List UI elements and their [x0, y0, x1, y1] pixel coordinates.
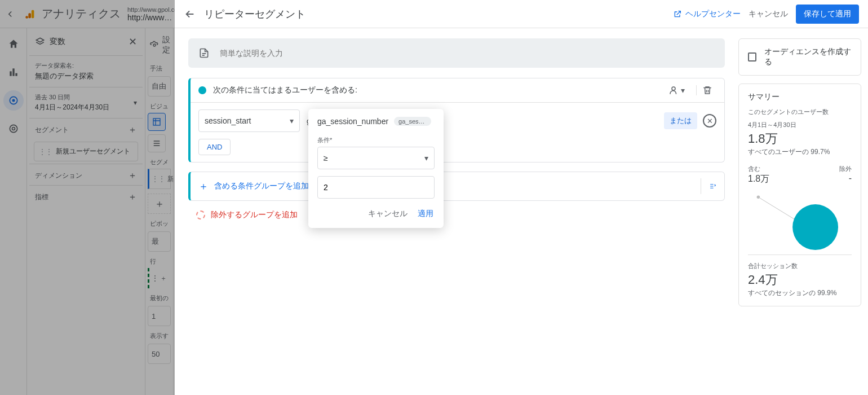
include-small-label: 含む — [748, 165, 769, 173]
chevron-down-icon: ▾ — [424, 153, 428, 163]
popover-param-name: ga_session_number — [317, 117, 388, 126]
exclude-icon — [196, 210, 205, 220]
users-count-label: このセグメントのユーザー数 — [748, 108, 852, 116]
popover-apply-button[interactable]: 適用 — [418, 209, 433, 219]
svg-point-13 — [757, 195, 760, 199]
exclude-small-label: 除外 — [839, 165, 852, 173]
chevron-down-icon: ▾ — [681, 86, 685, 95]
users-pct: すべてのユーザーの 99.7% — [748, 147, 852, 157]
svg-point-15 — [792, 204, 838, 250]
chevron-down-icon: ▾ — [290, 116, 294, 125]
add-group-button[interactable]: 含める条件グループを追加 — [214, 181, 695, 191]
segment-builder-panel: リピーターセグメント ヘルプセンター キャンセル 保存して適用 次の条件に当ては… — [175, 0, 868, 395]
popover-operator-select[interactable]: ≥ ▾ — [317, 147, 435, 169]
summary-column: オーディエンスを作成する サマリー このセグメントのユーザー数 4月1日～4月3… — [738, 28, 868, 395]
event-select[interactable]: session_start ▾ — [198, 109, 300, 132]
help-center-link[interactable]: ヘルプセンター — [673, 9, 741, 19]
sessions-label: 合計セッション数 — [748, 262, 852, 270]
and-button[interactable]: AND — [198, 139, 231, 155]
scope-selector[interactable]: ▾ — [668, 85, 685, 95]
summary-venn-chart — [748, 187, 852, 255]
include-indicator-icon — [198, 86, 206, 94]
summary-card: サマリー このセグメントのユーザー数 4月1日～4月30日 1.8万 すべてのユ… — [738, 84, 861, 306]
panel-title: リピーターセグメント — [204, 7, 673, 21]
include-value: 1.8万 — [748, 173, 769, 185]
remove-condition-button[interactable]: ✕ — [703, 114, 716, 128]
panel-back-button[interactable] — [184, 8, 204, 20]
or-button[interactable]: または — [664, 112, 697, 129]
description-row — [188, 38, 725, 68]
panel-header: リピーターセグメント ヘルプセンター キャンセル 保存して適用 — [175, 0, 868, 28]
exclude-label: 除外するグループを追加 — [211, 210, 298, 220]
popover-condition-label: 条件* — [308, 128, 444, 147]
delete-group-button[interactable] — [696, 85, 716, 95]
condition-popover: ga_session_number ga_sessi… 条件* ≥ ▾ キャンセ… — [308, 109, 444, 228]
add-exclude-group[interactable]: 除外するグループを追加 — [188, 210, 725, 220]
sessions-pct: すべてのセッションの 99.9% — [748, 288, 852, 298]
event-value: session_start — [205, 116, 251, 125]
popover-param-chip: ga_sessi… — [394, 117, 431, 126]
popover-cancel-button[interactable]: キャンセル — [368, 209, 408, 219]
sessions-value: 2.4万 — [748, 271, 852, 288]
popover-operator-value: ≥ — [324, 153, 328, 163]
open-in-new-icon — [673, 10, 682, 19]
add-sequence-button[interactable] — [701, 178, 716, 194]
summary-title: サマリー — [748, 92, 852, 102]
description-input[interactable] — [220, 49, 715, 58]
help-center-label: ヘルプセンター — [685, 9, 741, 19]
exclude-value: - — [839, 173, 852, 183]
condition-row: session_start ▾ ga_session_number ga_ses… — [198, 109, 716, 132]
include-condition-card: 次の条件に当てはまるユーザーを含める: ▾ session_start ▾ — [188, 78, 725, 163]
users-date-range: 4月1日～4月30日 — [748, 121, 852, 129]
builder-area: 次の条件に当てはまるユーザーを含める: ▾ session_start ▾ — [175, 28, 738, 395]
popover-value-input-wrap — [317, 176, 435, 199]
add-group-row: ＋ 含める条件グループを追加 — [188, 172, 725, 201]
include-title: 次の条件に当てはまるユーザーを含める: — [213, 85, 357, 95]
create-audience-label: オーディエンスを作成する — [764, 47, 852, 67]
svg-point-12 — [672, 87, 675, 90]
create-audience-checkbox[interactable]: オーディエンスを作成する — [738, 38, 861, 76]
popover-value-input[interactable] — [324, 183, 428, 192]
description-icon — [198, 47, 210, 59]
users-count: 1.8万 — [748, 130, 852, 147]
plus-icon: ＋ — [198, 179, 209, 193]
checkbox-icon — [748, 52, 756, 62]
save-apply-button[interactable]: 保存して適用 — [796, 5, 859, 24]
cancel-button[interactable]: キャンセル — [749, 9, 788, 19]
